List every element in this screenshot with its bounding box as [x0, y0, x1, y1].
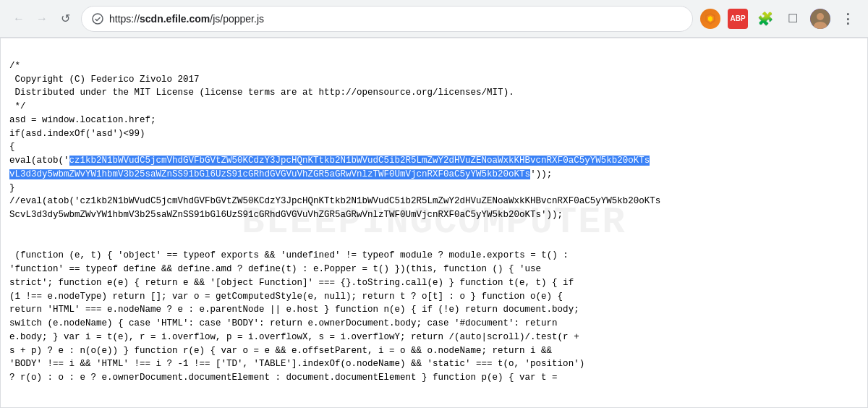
window-icon: ☐ [788, 12, 798, 25]
code-line-8: } [9, 183, 15, 193]
eval-highlighted: cz1kb2N1bWVudC5jcmVhdGVFbGVtZW50KCdzY3Jp… [69, 156, 650, 166]
nav-buttons: ← → ↺ [9, 9, 75, 29]
site-security-icon [92, 13, 103, 25]
profile-button[interactable] [809, 7, 832, 30]
code-viewer: BLEEPINGCOMPUTER /* Copyright (C) Federi… [0, 38, 868, 408]
code-line-2: Copyright (C) Federico Zivolo 2017 [9, 75, 200, 85]
code-eval-line: eval(atob('cz1kb2N1bWVudC5jcmVhdGVFbGVtZ… [9, 156, 650, 166]
eval-prefix: eval(atob('cz1kb2N1bWVudC5jcmVhdGVFbGVtZ… [9, 156, 650, 166]
code-eval-line2: vL3d3dy5wbmZWvYW1hbmV3b25saWZnSS91bGl6Uz… [9, 169, 552, 179]
url-prefix: https:// [109, 13, 140, 25]
metamask-icon [700, 9, 720, 29]
browser-chrome: ← → ↺ https://scdn.efile.com/js/popper.j… [0, 0, 868, 38]
code-line-6: if(asd.indexOf('asd')<99) [9, 129, 145, 139]
reload-button[interactable]: ↺ [55, 9, 75, 29]
code-line-5: asd = window.location.href; [9, 115, 156, 125]
code-func-4: (1 !== e.nodeType) return []; var o = ge… [9, 292, 563, 302]
window-button[interactable]: ☐ [781, 7, 804, 30]
code-line-4: */ [9, 101, 26, 111]
url-display: https://scdn.efile.com/js/popper.js [109, 13, 682, 25]
code-line-7: { [9, 142, 15, 152]
svg-point-5 [817, 13, 824, 20]
code-blank [9, 237, 15, 247]
toolbar-right: ABP 🧩 ☐ ⋮ [699, 7, 859, 30]
menu-icon: ⋮ [841, 11, 854, 27]
code-line-3: Distributed under the MIT License (licen… [9, 88, 514, 98]
eval-highlighted-2: vL3d3dy5wbmZWvYW1hbmV3b25saWZnSS91bGl6Uz… [9, 169, 530, 179]
code-func-10: ? r(o) : o : e ? e.ownerDocument.documen… [9, 373, 558, 383]
metamask-button[interactable] [699, 7, 722, 30]
url-path: /js/popper.js [210, 13, 264, 25]
profile-avatar [810, 9, 830, 29]
code-func-1: (function (e, t) { 'object' == typeof ex… [9, 250, 569, 260]
code-line-9b: ScvL3d3dy5wbmZWvYW1hbmV3b25saWZnSS91bGl6… [9, 210, 563, 220]
code-func-3: strict'; function e(e) { return e && '[o… [9, 278, 574, 288]
abp-icon: ABP [728, 9, 748, 29]
forward-button[interactable]: → [32, 9, 52, 29]
address-bar[interactable]: https://scdn.efile.com/js/popper.js [81, 6, 693, 32]
extensions-button[interactable]: 🧩 [754, 7, 777, 30]
code-content: /* Copyright (C) Federico Zivolo 2017 Di… [9, 46, 859, 399]
code-func-7: e.body; } var i = t(e), r = i.overflow, … [9, 332, 579, 342]
code-line-1: /* [9, 61, 20, 71]
code-func-9: 'BODY' !== i && 'HTML' !== i ? -1 !== ['… [9, 359, 584, 369]
svg-point-0 [93, 14, 103, 24]
extensions-icon: 🧩 [757, 11, 773, 27]
code-func-5: return 'HTML' === e.nodeName ? e : e.par… [9, 305, 579, 315]
adblock-button[interactable]: ABP [726, 7, 749, 30]
back-button[interactable]: ← [9, 9, 29, 29]
code-func-6: switch (e.nodeName) { case 'HTML': case … [9, 318, 558, 328]
url-domain: scdn.efile.com [140, 13, 210, 25]
code-func-2: 'function' == typeof define && define.am… [9, 264, 541, 274]
menu-button[interactable]: ⋮ [836, 7, 859, 30]
code-line-9a: //eval(atob('cz1kb2N1bWVudC5jcmVhdGVFbGV… [9, 196, 660, 206]
code-func-8: s + p) ? e : n(o(e)) } function r(e) { v… [9, 346, 552, 356]
